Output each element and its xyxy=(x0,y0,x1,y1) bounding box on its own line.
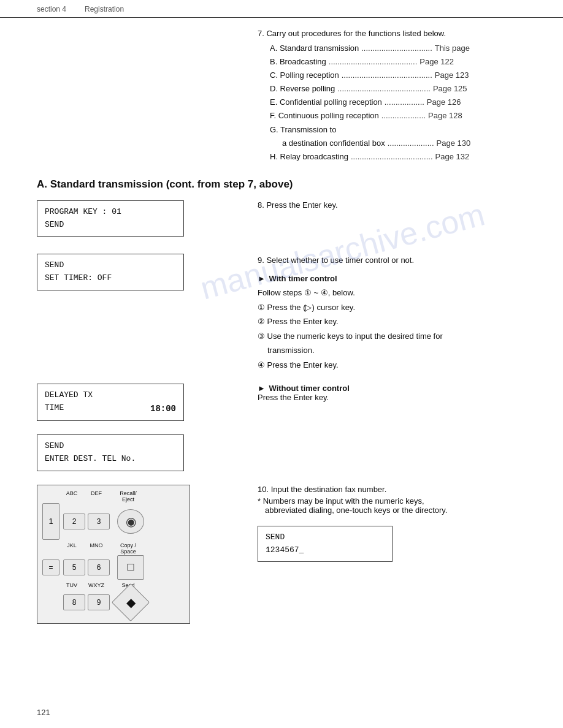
item-label: H. Relay broadcasting xyxy=(270,150,348,164)
lcd4: SEND ENTER DEST. TEL No. xyxy=(37,434,184,471)
step9-intro: 9. Select whether to use timer control o… xyxy=(258,254,538,267)
item-label: E. Confidential polling reception xyxy=(270,96,382,109)
keypad: ABC DEF Recall/ Eject 1 2 3 xyxy=(37,485,190,624)
lcd1-line1: PROGRAM KEY : 01 xyxy=(45,206,176,219)
keypad-row2: = 5 6 □ xyxy=(42,555,185,580)
key-eq[interactable]: = xyxy=(42,559,59,575)
lcd2: SEND SET TIMER: OFF xyxy=(37,254,184,290)
list-item: H. Relay broadcasting ..................… xyxy=(270,150,538,164)
step8-row: PROGRAM KEY : 01 SEND 8. Press the Enter… xyxy=(37,200,538,243)
step7-intro: 7. Carry out procedures for the function… xyxy=(258,29,538,38)
lcd5: SEND 1234567_ xyxy=(258,526,393,563)
item-label: G. Transmission to xyxy=(270,123,336,137)
lcd5-line2: 1234567_ xyxy=(266,544,385,557)
key-6[interactable]: 6 xyxy=(88,559,110,575)
lcd3-time-value: 18:00 xyxy=(150,402,176,415)
lcd3: DELAYED TX TIME18:00 xyxy=(37,384,184,421)
item-label: D. Reverse polling xyxy=(270,82,335,96)
lcd4-row: SEND ENTER DEST. TEL No. xyxy=(37,434,538,477)
item-label: a destination confidential box xyxy=(282,137,385,150)
dots: ........................................… xyxy=(337,82,431,96)
list-item: A. Standard transmission ...............… xyxy=(270,42,538,55)
section-a-heading: A. Standard transmission (cont. from ste… xyxy=(37,178,538,191)
page-ref: Page 123 xyxy=(435,69,469,82)
key-copy[interactable]: □ xyxy=(117,555,144,580)
key-eject[interactable]: ◉ xyxy=(117,509,144,534)
step9b-row: DELAYED TX TIME18:00 ► Without timer con… xyxy=(37,384,538,427)
header: section 4 Registration xyxy=(0,0,563,18)
step10-text: 10. Input the destination fax number. xyxy=(258,485,538,494)
key-3[interactable]: 3 xyxy=(88,514,110,529)
list-item: E. Confidential polling reception ......… xyxy=(270,96,538,109)
step7-items: A. Standard transmission ...............… xyxy=(270,42,538,164)
lcd4-col: SEND ENTER DEST. TEL No. xyxy=(37,434,258,477)
step10-note: * Numbers may be input with the numeric … xyxy=(258,496,538,506)
lcd3-col: DELAYED TX TIME18:00 xyxy=(37,384,258,427)
lcd3-time-label: TIME xyxy=(45,402,64,415)
key-2[interactable]: 2 xyxy=(63,514,85,529)
tuv-label: TUV xyxy=(61,582,83,588)
with-timer-step4b: transmission. xyxy=(267,344,538,357)
abc-label: ABC xyxy=(61,490,83,502)
key-5[interactable]: 5 xyxy=(63,559,85,575)
step10-col: 10. Input the destination fax number. * … xyxy=(258,485,538,569)
step8-text: 8. Press the Enter key. xyxy=(258,200,538,210)
wxyz-label: WXYZ xyxy=(85,582,107,588)
jkl-label: JKL xyxy=(61,542,83,555)
page-ref: Page 125 xyxy=(433,82,467,96)
content: 7. Carry out procedures for the function… xyxy=(0,18,563,636)
list-item: F. Continuous polling reception ........… xyxy=(270,109,538,123)
lcd3-line1: DELAYED TX xyxy=(45,389,176,402)
with-timer-step4: ③ Use the numeric keys to input the desi… xyxy=(258,330,538,343)
key-send[interactable]: ◆ xyxy=(112,583,150,621)
mno-label: MNO xyxy=(85,542,107,555)
lcd4-line1: SEND xyxy=(45,440,176,453)
step9-row: SEND SET TIMER: OFF 9. Select whether to… xyxy=(37,254,538,376)
page-ref: Page 122 xyxy=(419,55,454,69)
def-label: DEF xyxy=(85,490,107,502)
page: manualsarchive.com section 4 Registratio… xyxy=(0,0,563,728)
page-number: 121 xyxy=(37,708,50,717)
keypad-row1: 1 2 3 ◉ xyxy=(42,503,185,540)
list-item: C. Polling reception ...................… xyxy=(270,69,538,82)
list-item: D. Reverse polling .....................… xyxy=(270,82,538,96)
list-item: a destination confidential box .........… xyxy=(282,137,538,150)
page-ref: Page 130 xyxy=(437,137,471,150)
without-timer-col: ► Without timer control Press the Enter … xyxy=(258,384,538,402)
without-timer-label: ► Without timer control xyxy=(258,384,538,393)
with-timer-step1: Follow steps ① ~ ④, below. xyxy=(258,286,538,299)
dots: ........................................ xyxy=(329,55,417,69)
keypad-row3: 8 9 ◆ xyxy=(42,589,185,616)
lcd3-line2: TIME18:00 xyxy=(45,402,176,415)
numpad-left: ABC DEF Recall/ Eject 1 2 3 xyxy=(37,485,258,624)
dots: ..................................... xyxy=(351,150,433,164)
header-section: section 4 xyxy=(37,5,66,13)
without-timer-text: Press the Enter key. xyxy=(258,393,538,402)
dots: ................................ xyxy=(361,42,432,55)
key-9[interactable]: 9 xyxy=(88,594,110,610)
step8-text-col: 8. Press the Enter key. xyxy=(258,200,538,210)
page-ref: Page 132 xyxy=(435,150,470,164)
item-label: F. Continuous polling reception xyxy=(270,109,379,123)
item-label: B. Broadcasting xyxy=(270,55,326,69)
copy-label: Copy / Space xyxy=(115,542,142,555)
list-item: G. Transmission to xyxy=(270,123,538,137)
with-timer-step3: ② Press the Enter key. xyxy=(258,315,538,328)
item-label: C. Polling reception xyxy=(270,69,339,82)
numpad-area: ABC DEF Recall/ Eject 1 2 3 xyxy=(37,485,538,624)
with-timer-label: ► With timer control xyxy=(258,272,538,285)
list-item: B. Broadcasting ........................… xyxy=(270,55,538,69)
step10-note2: abbreviated dialing, one-touch keys or t… xyxy=(265,506,538,515)
item-label: A. Standard transmission xyxy=(270,42,359,55)
key-8[interactable]: 8 xyxy=(63,594,85,610)
lcd4-line2: ENTER DEST. TEL No. xyxy=(45,453,176,466)
lcd1-line2: SEND xyxy=(45,219,176,232)
lcd1-col: PROGRAM KEY : 01 SEND xyxy=(37,200,258,243)
lcd2-col: SEND SET TIMER: OFF xyxy=(37,254,258,297)
key-1[interactable]: 1 xyxy=(42,503,59,540)
page-ref: Page 126 xyxy=(427,96,461,109)
lcd1: PROGRAM KEY : 01 SEND xyxy=(37,200,184,237)
page-ref: This page xyxy=(435,42,470,55)
lcd5-line1: SEND xyxy=(266,531,385,544)
header-title: Registration xyxy=(85,5,124,13)
